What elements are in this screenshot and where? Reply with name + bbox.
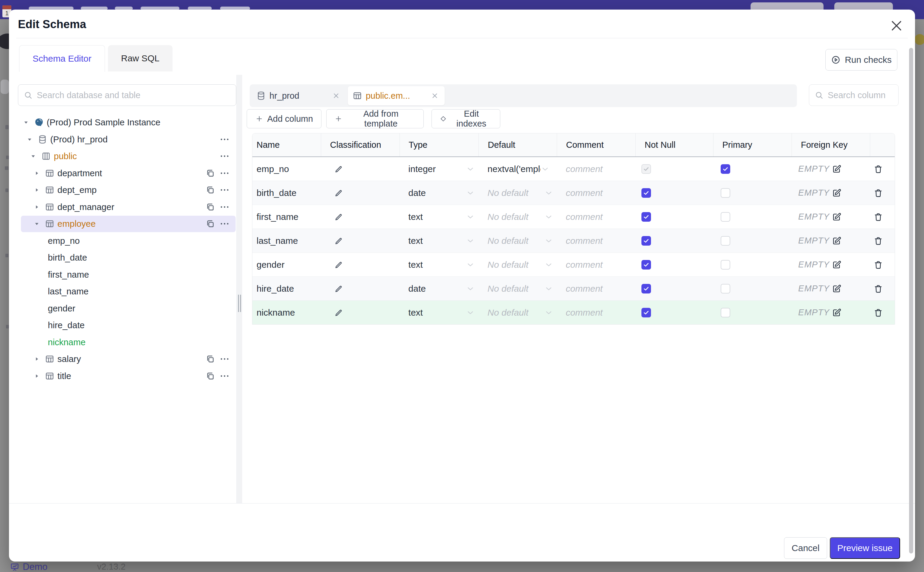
edit-foreign-key-icon[interactable] <box>832 212 842 222</box>
more-icon[interactable] <box>219 185 230 195</box>
delete-column-icon[interactable] <box>873 236 883 246</box>
tree-item-dept_manager[interactable]: dept_manager <box>18 199 236 216</box>
tree-item-employee[interactable]: employee <box>18 215 236 232</box>
comment-input[interactable]: comment <box>557 253 636 277</box>
edit-classification-icon[interactable] <box>334 260 343 269</box>
caret-down-icon[interactable] <box>34 221 40 227</box>
edit-foreign-key-icon[interactable] <box>832 308 842 317</box>
close-icon[interactable] <box>889 19 904 33</box>
default-select[interactable]: No default <box>479 181 557 205</box>
not-null-checkbox[interactable] <box>642 308 651 317</box>
default-select[interactable]: No default <box>479 205 557 228</box>
comment-input[interactable]: comment <box>557 277 636 300</box>
comment-input[interactable]: comment <box>557 205 636 228</box>
more-icon[interactable] <box>219 151 230 162</box>
column-search[interactable] <box>809 84 899 106</box>
type-select[interactable]: integer <box>400 157 479 181</box>
column-name-cell[interactable]: emp_no <box>253 157 321 181</box>
database-search[interactable] <box>18 84 236 106</box>
comment-input[interactable]: comment <box>557 229 636 252</box>
copy-icon[interactable] <box>205 354 215 364</box>
copy-icon[interactable] <box>205 219 215 228</box>
tree-item-title[interactable]: title <box>18 368 236 385</box>
tree-item-first_name[interactable]: first_name <box>18 266 236 283</box>
not-null-checkbox[interactable] <box>642 284 651 294</box>
tree-item-dept_emp[interactable]: dept_emp <box>18 182 236 199</box>
more-icon[interactable] <box>219 134 230 145</box>
caret-down-icon[interactable] <box>23 119 29 126</box>
close-tab-icon[interactable] <box>332 92 340 99</box>
default-select[interactable]: No default <box>479 229 557 252</box>
column-name-cell[interactable]: gender <box>253 253 321 277</box>
type-select[interactable]: text <box>400 229 479 252</box>
not-null-checkbox[interactable] <box>642 212 651 222</box>
edit-classification-icon[interactable] <box>334 308 343 317</box>
not-null-checkbox[interactable] <box>642 164 651 174</box>
delete-column-icon[interactable] <box>873 164 883 174</box>
column-search-input[interactable] <box>827 90 915 101</box>
type-select[interactable]: date <box>400 181 479 205</box>
not-null-checkbox[interactable] <box>642 188 651 198</box>
caret-right-icon[interactable] <box>34 356 40 362</box>
tree-item-salary[interactable]: salary <box>18 351 236 368</box>
default-select[interactable]: No default <box>479 277 557 300</box>
copy-icon[interactable] <box>205 202 215 212</box>
preview-issue-button[interactable]: Preview issue <box>830 537 900 559</box>
more-icon[interactable] <box>219 202 230 212</box>
edit-foreign-key-icon[interactable] <box>832 284 842 294</box>
type-select[interactable]: text <box>400 205 479 228</box>
add-from-template-button[interactable]: Add from template <box>326 109 424 128</box>
default-select[interactable]: nextval('employ <box>479 157 557 181</box>
tree-item-nickname[interactable]: nickname <box>18 334 236 351</box>
delete-column-icon[interactable] <box>873 188 883 198</box>
editor-tab-public-em-[interactable]: public.em... <box>348 86 445 105</box>
edit-classification-icon[interactable] <box>334 236 343 245</box>
column-name-cell[interactable]: last_name <box>253 229 321 252</box>
delete-column-icon[interactable] <box>873 308 883 317</box>
resizer-grip-icon[interactable] <box>238 295 242 312</box>
primary-checkbox[interactable] <box>721 284 730 294</box>
tree-item--Prod-Prod-Sample-Instance[interactable]: (Prod) Prod Sample Instance <box>18 114 236 131</box>
editor-tab-hr_prod[interactable]: hr_prod <box>251 86 346 105</box>
column-name-cell[interactable]: nickname <box>253 301 321 324</box>
caret-down-icon[interactable] <box>26 136 33 143</box>
more-icon[interactable] <box>219 218 230 229</box>
tab-schema-editor[interactable]: Schema Editor <box>19 45 105 72</box>
close-tab-icon[interactable] <box>431 92 439 99</box>
more-icon[interactable] <box>219 168 230 179</box>
caret-down-icon[interactable] <box>30 153 36 159</box>
tree-item-gender[interactable]: gender <box>18 300 236 317</box>
primary-checkbox[interactable] <box>721 308 730 317</box>
edit-foreign-key-icon[interactable] <box>832 188 842 198</box>
primary-checkbox[interactable] <box>721 212 730 222</box>
primary-checkbox[interactable] <box>721 188 730 198</box>
tree-item-birth_date[interactable]: birth_date <box>18 249 236 266</box>
copy-icon[interactable] <box>205 168 215 178</box>
edit-classification-icon[interactable] <box>334 284 343 293</box>
comment-input[interactable]: comment <box>557 301 636 324</box>
comment-input[interactable]: comment <box>557 157 636 181</box>
tree-item-public[interactable]: public <box>18 148 236 165</box>
comment-input[interactable]: comment <box>557 181 636 205</box>
copy-icon[interactable] <box>205 185 215 195</box>
delete-column-icon[interactable] <box>873 212 883 222</box>
caret-right-icon[interactable] <box>34 373 40 379</box>
column-name-cell[interactable]: first_name <box>253 205 321 228</box>
tree-item-last_name[interactable]: last_name <box>18 283 236 300</box>
database-search-input[interactable] <box>36 90 236 101</box>
edit-classification-icon[interactable] <box>334 188 343 197</box>
primary-checkbox[interactable] <box>721 236 730 246</box>
caret-right-icon[interactable] <box>34 170 40 177</box>
caret-right-icon[interactable] <box>34 204 40 210</box>
column-name-cell[interactable]: hire_date <box>253 277 321 300</box>
cancel-button[interactable]: Cancel <box>784 537 827 559</box>
modal-scrollbar[interactable] <box>909 48 913 553</box>
default-select[interactable]: No default <box>479 253 557 277</box>
run-checks-button[interactable]: Run checks <box>825 49 898 71</box>
type-select[interactable]: text <box>400 253 479 277</box>
type-select[interactable]: date <box>400 277 479 300</box>
default-select[interactable]: No default <box>479 301 557 324</box>
add-column-button[interactable]: Add column <box>247 109 321 128</box>
edit-foreign-key-icon[interactable] <box>832 164 842 174</box>
panel-resizer[interactable] <box>236 75 242 503</box>
